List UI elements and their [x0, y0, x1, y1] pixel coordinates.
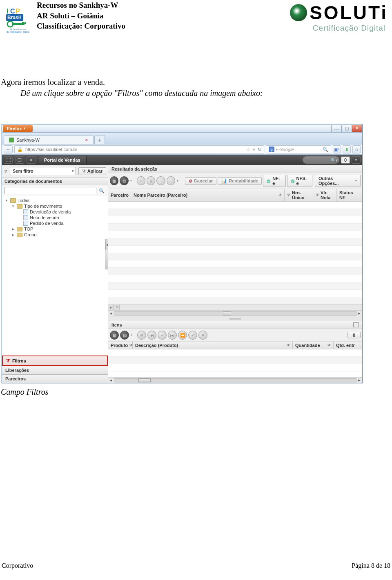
filter-icon[interactable]: ⧩: [316, 193, 319, 198]
tab-close-icon[interactable]: ✕: [85, 138, 88, 142]
itens-count[interactable]: 0: [347, 332, 361, 338]
filter-select[interactable]: Sem filtro: [10, 167, 76, 175]
itens-view-form-button[interactable]: ▤: [120, 331, 129, 340]
rentabilidade-button[interactable]: 📊Rentabilidade: [218, 177, 262, 185]
notification-count[interactable]: 0: [341, 156, 350, 164]
tree-node-nota[interactable]: Nota de venda: [4, 215, 105, 220]
toolbar-close-button[interactable]: ✕: [27, 156, 36, 164]
scroll-right-icon[interactable]: ▸: [356, 378, 362, 383]
main-grid-header: Parceiro Nome Parceiro (Parceiro)⧩ ⧩Nro.…: [108, 189, 362, 202]
portal-tab[interactable]: Portal de Vendas: [38, 156, 87, 164]
bookmark-star-icon[interactable]: ☆: [246, 147, 250, 152]
bookmarks-dropdown-button[interactable]: ▣▾: [333, 145, 341, 153]
nfse-button[interactable]: ◎NFS-e: [287, 175, 312, 187]
pane-resize-handle[interactable]: [108, 316, 362, 321]
col-nro-unico[interactable]: ⧩Nro. Único: [285, 189, 313, 201]
view-form-button[interactable]: ▤: [120, 176, 128, 185]
app-menu-button[interactable]: ≡: [352, 156, 361, 164]
itens-cancel-button[interactable]: ✕: [198, 331, 207, 340]
icol-qtd-entr[interactable]: Qtd. entr: [334, 342, 362, 349]
filter-icon[interactable]: ⧩: [327, 343, 331, 348]
main-grid-body[interactable]: [108, 202, 362, 304]
window-minimize-button[interactable]: —: [331, 125, 342, 132]
tree-node-todas[interactable]: ▼Todas: [4, 198, 105, 203]
nfe-button[interactable]: ◎NF-e: [263, 175, 285, 187]
itens-first-button[interactable]: ⏮: [147, 331, 156, 340]
itens-header: Itens: [108, 321, 362, 329]
itens-grid-body[interactable]: [108, 349, 362, 377]
new-tab-button[interactable]: +: [94, 135, 105, 144]
icol-descricao[interactable]: Descrição (Produto)⧩: [133, 342, 293, 349]
tree-node-devolucao[interactable]: Devolução de venda: [4, 209, 105, 215]
nav-back-button[interactable]: ←: [4, 145, 13, 153]
more-button[interactable]: ⋯: [167, 176, 175, 185]
firefox-menu-button[interactable]: Firefox: [3, 125, 33, 132]
window-close-button[interactable]: ✕: [352, 125, 362, 132]
soluti-name: SOLUTi: [310, 2, 388, 24]
row-selector[interactable]: ▸: [108, 305, 114, 310]
search-icon[interactable]: 🔍: [98, 187, 105, 194]
tree-node-pedido[interactable]: Pedido de venda: [4, 220, 105, 226]
grid-hscroll[interactable]: ◂ ▸: [108, 310, 362, 316]
toolbar-windows-button[interactable]: ❐: [15, 156, 24, 164]
window-titlebar: Firefox — ▢ ✕: [2, 124, 362, 133]
filter-icon[interactable]: ⧩: [287, 193, 290, 198]
toolbar-fullscreen-button[interactable]: ⛶: [4, 156, 13, 164]
outras-opcoes-button[interactable]: Outras Opções...▾: [315, 175, 361, 187]
tree-node-grupo[interactable]: ▶Grupo: [4, 232, 105, 238]
itens-prev-button[interactable]: ⏪: [178, 331, 187, 340]
filter-icon[interactable]: ⧩: [287, 343, 290, 348]
side-parceiros[interactable]: Parceiros: [2, 374, 108, 383]
col-nome-parceiro[interactable]: Nome Parceiro (Parceiro)⧩: [131, 189, 285, 201]
itens-hscroll[interactable]: ◂ ▸: [108, 377, 362, 383]
url-input[interactable]: 🔒 https://sis.solutinet.com.br ☆ ▾ ↻: [14, 145, 264, 153]
copy-button[interactable]: ⎘: [147, 176, 155, 185]
itens-remove-button[interactable]: −: [158, 331, 167, 340]
icp-brasil-icon: I C P Brasil: [6, 8, 30, 28]
side-liberacoes[interactable]: Liberações: [2, 366, 108, 374]
icol-produto[interactable]: Produto⧩: [108, 342, 133, 349]
url-dropdown-icon[interactable]: ▾: [253, 147, 255, 152]
tab-title: Sankhya-W: [16, 138, 40, 142]
scroll-left-icon[interactable]: ◂: [108, 311, 114, 316]
itens-check-button[interactable]: ✓: [188, 331, 197, 340]
grid-footer-row: ▸⠿: [108, 304, 362, 310]
col-vlr-nota[interactable]: ⧩Vlr. Nota: [313, 189, 337, 201]
itens-next-button[interactable]: ⏭: [168, 331, 177, 340]
window-maximize-button[interactable]: ▢: [341, 125, 352, 132]
view-grid-button[interactable]: ▦: [110, 176, 118, 185]
figure-caption: Campo Filtros: [0, 387, 392, 397]
itens-copy-button[interactable]: ⎘: [137, 331, 146, 340]
scroll-right-icon[interactable]: ▸: [356, 311, 362, 316]
collapse-handle[interactable]: ◂: [105, 239, 108, 250]
right-panel: ◂ Resultado da seleção ▦ ▤▾ ＋ ⎘ − ⋯▾ ⊘Ca…: [108, 165, 362, 383]
cancel-button[interactable]: ⊘Cancelar: [185, 177, 216, 185]
browser-tab-sankhya[interactable]: Sankhya-W ✕: [4, 136, 94, 144]
download-button[interactable]: ⬇: [343, 145, 351, 153]
grid-handle-icon[interactable]: ⠿: [114, 305, 120, 310]
side-filtros[interactable]: ⧩Filtros: [2, 356, 108, 366]
filter-icon[interactable]: ⧩: [129, 343, 133, 348]
footer-left: Corporativo: [2, 562, 33, 569]
search-input[interactable]: g ▾ Google 🔍: [266, 145, 331, 153]
reload-icon[interactable]: ↻: [258, 147, 261, 152]
itens-view-grid-button[interactable]: ▦: [110, 331, 119, 340]
home-button[interactable]: ⌂: [352, 145, 361, 153]
search-go-icon[interactable]: 🔍: [323, 147, 328, 152]
remove-button[interactable]: −: [156, 176, 165, 185]
tree-node-tipo-mov[interactable]: ▼Tipo de movimento: [4, 203, 105, 209]
svg-rect-6: [22, 22, 24, 24]
body-p2: Dê um clique sobre a opção "Filtros" com…: [1, 89, 391, 98]
icol-quantidade[interactable]: Quantidade⧩: [293, 342, 334, 349]
apply-button[interactable]: ⧩Aplicar: [78, 167, 106, 175]
category-search-input[interactable]: [4, 187, 96, 194]
scroll-left-icon[interactable]: ◂: [108, 378, 114, 383]
svg-text:P: P: [16, 8, 20, 15]
col-status-nf[interactable]: Status NF: [337, 189, 362, 201]
tree-node-top[interactable]: ▶TOP: [4, 226, 105, 232]
maximize-pane-icon[interactable]: [353, 322, 359, 327]
app-search-input[interactable]: 🔍▾: [303, 156, 339, 164]
add-button[interactable]: ＋: [137, 176, 145, 185]
col-parceiro[interactable]: Parceiro: [108, 189, 131, 201]
filter-icon[interactable]: ⧩: [278, 193, 282, 198]
